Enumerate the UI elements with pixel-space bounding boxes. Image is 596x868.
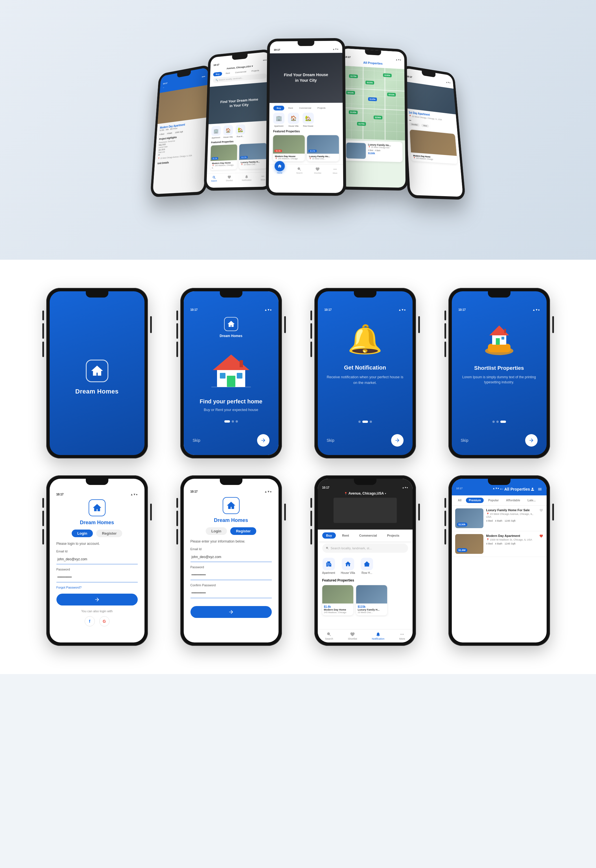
password-input-reg[interactable]: [190, 570, 272, 580]
filter-premium[interactable]: Premium: [466, 497, 484, 503]
password-label-reg: Password: [190, 565, 272, 569]
bottom-nav: Search Shortlist Notification: [318, 629, 413, 642]
reg-tabs: Login Register: [206, 527, 256, 535]
hero-phone-2: 10:17 ●●● Avenue, Chicago,USA ▾ Buy Rent…: [204, 49, 273, 191]
nav-more[interactable]: More: [399, 632, 405, 640]
email-input-reg[interactable]: [190, 552, 272, 562]
filter-affordable[interactable]: Affordable: [503, 497, 523, 503]
nav-search-label: Search: [325, 638, 333, 640]
next-button[interactable]: [257, 434, 270, 447]
login-tab[interactable]: Login: [72, 530, 93, 537]
dot-2: [496, 421, 499, 423]
filter-latest[interactable]: Late...: [525, 497, 538, 503]
reg-logo: [223, 497, 240, 514]
featured-label: Featured Properties: [318, 577, 413, 583]
notification-text: Receive notification when your perfect h…: [325, 374, 406, 385]
next-button-3[interactable]: [525, 434, 538, 447]
status-time: 10:17: [190, 308, 198, 311]
status-icons: ▲▼●: [533, 308, 540, 311]
hero-phone-3: 10:17 ▲▼● Find Your Dream Housein Your C…: [266, 38, 346, 196]
filter-tabs: All Premium Popular Affordable Late...: [452, 495, 547, 506]
svg-rect-8: [488, 344, 510, 352]
login-logo: [89, 499, 106, 516]
nav-notification[interactable]: Notification: [372, 632, 385, 640]
login-tab-reg[interactable]: Login: [206, 527, 227, 535]
skip-button-3[interactable]: Skip: [461, 438, 468, 443]
prop-img-1: $130k: [455, 508, 483, 528]
nav-shortlist-label: Shortlist: [348, 638, 357, 640]
search-bar[interactable]: Search locality, landmark, st...: [322, 544, 408, 553]
property-cards-row: $1.6k Modern Day Home 245 Madison, Chica…: [318, 583, 413, 617]
property-types: Apartment House Villa: [318, 555, 413, 577]
home-status-time: 10:17: [322, 486, 330, 489]
home-status-icons: ▲▼●: [402, 486, 408, 489]
register-submit-button[interactable]: [190, 606, 272, 618]
row-house-label: Row H...: [361, 571, 372, 574]
email-input[interactable]: [56, 554, 138, 564]
prop-type-apartment[interactable]: Apartment: [322, 558, 335, 574]
heart-icon-1[interactable]: [539, 508, 543, 512]
hero-phone-1: 10:17 ●●● ← Modern Day Apartment $ 20k -…: [150, 64, 211, 197]
dot-1: [358, 421, 361, 423]
svg-rect-11: [496, 338, 500, 345]
header-time: 10:17: [456, 487, 463, 490]
hero-phone-4: 10:17 ▲▼● All Properties $175k $: [337, 46, 408, 191]
login-submit-button[interactable]: [56, 593, 138, 605]
prop-loc-1: 📍 23 West Chicago Avenue, Chicago, IL, U…: [486, 512, 537, 518]
commercial-tab[interactable]: Commercial: [355, 532, 381, 539]
confirm-password-input[interactable]: [190, 588, 272, 598]
hero-phone-5: 10:17 ▲▼● 1st Day Apartment 📍 23 West Ch…: [401, 65, 466, 200]
search-placeholder: Search locality, landmark, st...: [331, 546, 372, 550]
price-badge-2: $1.6M: [457, 548, 467, 552]
prop-card-1[interactable]: $1.6k Modern Day Home 245 Madison, Chica…: [322, 585, 353, 616]
prop-type-house[interactable]: House Villa: [341, 558, 355, 574]
prop-name-1: Modern Day Home: [324, 608, 352, 611]
prop-card-2[interactable]: $115k Luxury Family H... 23 West Chic...: [356, 585, 387, 616]
social-icons: f G: [85, 616, 109, 626]
dot-2: [232, 420, 234, 422]
forgot-password-link[interactable]: Forgot Password?: [56, 586, 138, 589]
reg-subtitle: Please enter your information below.: [190, 539, 245, 543]
password-label: Password: [56, 568, 138, 571]
prop-list-item-2[interactable]: $1.6M Modern Day Apartment 📍 1500 W Madi…: [452, 531, 547, 557]
prop-loc-2: 23 West Chic...: [358, 611, 385, 614]
dot-3: [370, 421, 372, 423]
onboarding-title: Find your perfect home: [199, 398, 262, 405]
prop-list-item-1[interactable]: $130k Luxury Family Home For Sale 📍 23 W…: [452, 506, 547, 531]
buy-tab[interactable]: Buy: [322, 532, 336, 539]
back-button[interactable]: ←: [499, 486, 504, 492]
shortlist-text: Lorem Ipsum is simply dummy text of the …: [459, 375, 540, 385]
property-list: $130k Luxury Family Home For Sale 📍 23 W…: [452, 506, 547, 642]
prop-meta-2: 4 Bed 4 Bath 1245 Sqft: [486, 542, 537, 545]
skip-button[interactable]: Skip: [193, 438, 201, 443]
rent-tab[interactable]: Rent: [338, 532, 353, 539]
prop-type-row[interactable]: Row H...: [361, 558, 373, 574]
password-input[interactable]: [56, 572, 138, 582]
google-login-button[interactable]: G: [99, 616, 109, 626]
login-subtitle: Please login to your account.: [56, 542, 100, 546]
register-tab[interactable]: Register: [96, 530, 122, 537]
prop-title-2: Modern Day Apartment: [486, 534, 537, 537]
login-tabs: Login Register: [72, 530, 122, 537]
home-hero-bg: 10:17 ▲▼● 📍 Avenue, Chicago,USA ▾: [318, 479, 413, 530]
home-location-bar[interactable]: 📍 Avenue, Chicago,USA ▾: [322, 492, 408, 495]
email-label-reg: Email Id: [190, 547, 272, 551]
filter-popular[interactable]: Popular: [485, 497, 502, 503]
prop-card-1-img: [322, 585, 353, 604]
header-action-icons: [530, 487, 542, 492]
house-villa-label: House Villa: [341, 571, 355, 574]
facebook-login-button[interactable]: f: [85, 616, 95, 626]
dots-row: [224, 420, 238, 422]
next-button-2[interactable]: [391, 434, 404, 447]
projects-tab[interactable]: Projects: [383, 532, 403, 539]
nav-search[interactable]: Search: [325, 632, 333, 640]
skip-button-2[interactable]: Skip: [327, 438, 334, 443]
register-tab-active[interactable]: Register: [230, 527, 256, 535]
onboarding-phone: 10:17 ▲▼● Dream Homes: [180, 288, 282, 458]
all-properties-phone: 10:17 ▲▼● ← All Properties: [448, 475, 550, 646]
house-illustration: [206, 345, 257, 390]
filter-all[interactable]: All: [455, 497, 465, 503]
nav-shortlist[interactable]: Shortlist: [348, 632, 357, 640]
heart-icon-2[interactable]: [539, 534, 543, 538]
svg-rect-3: [220, 373, 226, 378]
